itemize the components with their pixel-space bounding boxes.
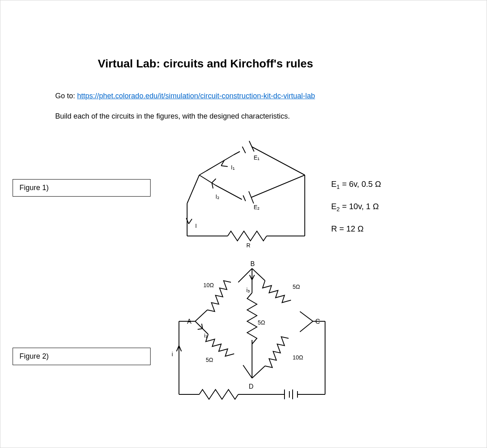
svg-line-2 bbox=[249, 141, 254, 151]
intro-line-2: Build each of the circuits in the figure… bbox=[55, 112, 290, 121]
label-i: i bbox=[172, 351, 173, 357]
label-i: I bbox=[195, 223, 197, 229]
figure-2-diagram: A B C D 10Ω 5Ω i₁ 5Ω 10Ω i₃ 5Ω bbox=[171, 260, 333, 411]
label-r-dc: 10Ω bbox=[293, 354, 303, 361]
figure-1-label: Figure 1) bbox=[13, 179, 151, 197]
document-page: Virtual Lab: circuits and Kirchoff's rul… bbox=[0, 0, 487, 448]
intro-line-1: Go to: https://phet.colorado.edu/it/simu… bbox=[55, 92, 315, 100]
label-i1: I₁ bbox=[231, 164, 235, 171]
label-r-bc: 5Ω bbox=[293, 284, 300, 290]
label-i2: I₂ bbox=[215, 193, 220, 200]
svg-line-0 bbox=[234, 151, 240, 155]
label-e1: E₁ bbox=[254, 154, 260, 161]
legend-e1: E1 = 6v, 0.5 Ω bbox=[331, 174, 381, 197]
label-r: R bbox=[246, 242, 250, 249]
svg-line-5 bbox=[243, 195, 246, 201]
label-r-bd: 5Ω bbox=[258, 319, 265, 326]
figure-1-legend: E1 = 6v, 0.5 Ω E2 = 10v, 1 Ω R = 12 Ω bbox=[331, 174, 381, 238]
node-d: D bbox=[249, 383, 254, 390]
label-r-ab: 10Ω bbox=[203, 282, 214, 288]
svg-line-1 bbox=[242, 147, 246, 153]
label-e2: E₂ bbox=[254, 204, 260, 210]
figure-1-diagram: E₁ I₁ E₂ I₂ I R bbox=[171, 143, 325, 264]
legend-r: R = 12 Ω bbox=[331, 219, 381, 238]
figure-2-label: Figure 2) bbox=[13, 348, 151, 365]
node-b: B bbox=[250, 260, 255, 267]
label-r-ad: 5Ω bbox=[206, 357, 213, 363]
intro-prefix: Go to: bbox=[55, 92, 77, 100]
phet-link[interactable]: https://phet.colorado.edu/it/simulation/… bbox=[77, 92, 315, 100]
legend-e2: E2 = 10v, 1 Ω bbox=[331, 197, 381, 219]
page-title: Virtual Lab: circuits and Kirchoff's rul… bbox=[98, 57, 313, 70]
label-i3: i₃ bbox=[246, 287, 250, 293]
svg-line-3 bbox=[252, 147, 305, 175]
svg-line-7 bbox=[251, 175, 305, 197]
